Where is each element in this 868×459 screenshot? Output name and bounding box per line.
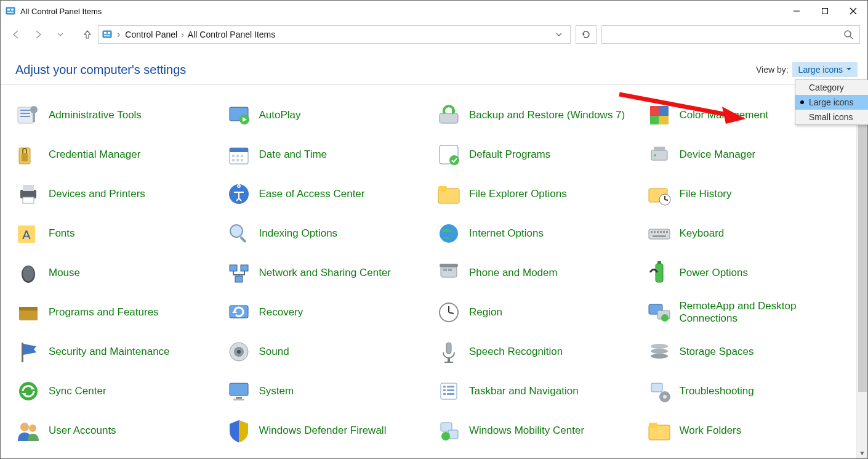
- cpl-item-region[interactable]: Region: [436, 299, 641, 325]
- cpl-item-network-and-sharing-center[interactable]: Network and Sharing Center: [226, 260, 432, 286]
- recent-dropdown[interactable]: [55, 29, 66, 40]
- viewby-value: Large icons: [798, 65, 843, 75]
- cpl-item-internet-options[interactable]: Internet Options: [436, 221, 641, 246]
- cpl-item-devices-and-printers[interactable]: Devices and Printers: [15, 181, 221, 207]
- backup-icon: [436, 102, 462, 128]
- printer-icon: [15, 181, 41, 207]
- flag-icon: [15, 339, 41, 365]
- item-label: Storage Spaces: [680, 346, 754, 358]
- svg-point-124: [845, 31, 851, 37]
- item-label: User Accounts: [49, 424, 116, 437]
- item-label: Administrative Tools: [49, 109, 142, 121]
- cpl-item-fonts[interactable]: Fonts: [15, 221, 221, 246]
- cpl-item-security-and-maintenance[interactable]: Security and Maintenance: [15, 339, 221, 365]
- scroll-thumb[interactable]: [858, 96, 867, 392]
- viewby-label: View by:: [756, 65, 789, 75]
- address-dropdown[interactable]: [552, 31, 566, 38]
- cpl-item-storage-spaces[interactable]: Storage Spaces: [646, 339, 852, 365]
- cpl-item-autoplay[interactable]: AutoPlay: [226, 102, 432, 128]
- cpl-item-remoteapp-and-desktop-connections[interactable]: RemoteApp and Desktop Connections: [646, 299, 852, 325]
- cpl-item-file-explorer-options[interactable]: File Explorer Options: [436, 181, 641, 207]
- item-label: Programs and Features: [49, 306, 159, 319]
- cpl-item-sound[interactable]: Sound: [226, 339, 432, 365]
- view-by-control: View by: Large icons Category Large icon…: [756, 62, 858, 77]
- back-button[interactable]: [10, 29, 22, 40]
- page-title: Adjust your computer's settings: [15, 63, 186, 77]
- cpl-item-taskbar-and-navigation[interactable]: Taskbar and Navigation: [436, 378, 641, 404]
- cpl-item-keyboard[interactable]: Keyboard: [646, 221, 852, 246]
- refresh-button[interactable]: [576, 25, 597, 44]
- cpl-item-windows-mobility-center[interactable]: Windows Mobility Center: [436, 418, 641, 444]
- item-label: Taskbar and Navigation: [469, 385, 579, 397]
- app-icon: [6, 6, 15, 16]
- minimize-button[interactable]: [782, 1, 811, 22]
- cpl-item-system[interactable]: System: [226, 378, 432, 404]
- item-label: Ease of Access Center: [259, 188, 365, 200]
- cpl-item-power-options[interactable]: Power Options: [646, 260, 852, 286]
- chevron-right-icon[interactable]: ›: [181, 30, 184, 39]
- viewby-option-category[interactable]: Category: [795, 80, 868, 95]
- chevron-right-icon[interactable]: ›: [117, 29, 120, 40]
- cpl-item-file-history[interactable]: File History: [646, 181, 852, 207]
- cpl-item-device-manager[interactable]: Device Manager: [646, 142, 852, 168]
- item-label: Windows Mobility Center: [469, 424, 584, 437]
- list-icon: [436, 378, 462, 404]
- close-button[interactable]: [839, 1, 867, 22]
- cpl-item-user-accounts[interactable]: User Accounts: [15, 418, 221, 444]
- cpl-item-programs-and-features[interactable]: Programs and Features: [15, 299, 221, 325]
- forward-button[interactable]: [33, 29, 44, 40]
- battery-icon: [646, 260, 672, 286]
- item-label: Internet Options: [469, 227, 544, 240]
- recovery-icon: [226, 299, 252, 325]
- cpl-item-administrative-tools[interactable]: Administrative Tools: [15, 102, 221, 128]
- device-icon: [646, 142, 672, 168]
- cpl-item-credential-manager[interactable]: Credential Manager: [15, 142, 221, 168]
- window-title: All Control Panel Items: [20, 7, 102, 16]
- item-label: Keyboard: [680, 227, 725, 240]
- viewby-option-small-icons[interactable]: Small icons: [795, 110, 868, 124]
- scroll-down-icon[interactable]: ▼: [857, 447, 867, 458]
- cpl-item-phone-and-modem[interactable]: Phone and Modem: [436, 260, 641, 286]
- cpl-item-sync-center[interactable]: Sync Center: [15, 378, 221, 404]
- item-label: Backup and Restore (Windows 7): [469, 109, 625, 121]
- mouse-icon: [15, 260, 41, 286]
- cpl-item-date-and-time[interactable]: Date and Time: [226, 142, 432, 168]
- item-label: RemoteApp and Desktop Connections: [680, 300, 852, 325]
- item-label: Device Manager: [680, 148, 756, 161]
- phone-icon: [436, 260, 462, 286]
- folder-icon: [646, 418, 672, 444]
- viewby-dropdown[interactable]: Large icons: [792, 62, 858, 77]
- mobility-icon: [436, 418, 462, 444]
- viewby-option-large-icons[interactable]: Large icons: [795, 95, 868, 110]
- item-label: Sound: [259, 346, 289, 358]
- scroll-track[interactable]: [857, 96, 867, 447]
- navigation-row: › Control Panel › All Control Panel Item…: [1, 22, 867, 47]
- monitor-icon: [226, 378, 252, 404]
- item-label: Speech Recognition: [469, 346, 563, 358]
- font-icon: [15, 221, 41, 246]
- item-label: Mouse: [49, 267, 80, 279]
- cpl-item-ease-of-access-center[interactable]: Ease of Access Center: [226, 181, 432, 207]
- breadcrumb[interactable]: Control Panel: [125, 30, 177, 39]
- clock-icon: [436, 299, 462, 325]
- cpl-item-default-programs[interactable]: Default Programs: [436, 142, 641, 168]
- cpl-item-recovery[interactable]: Recovery: [226, 299, 432, 325]
- keyboard-icon: [646, 221, 672, 246]
- search-input[interactable]: [601, 25, 860, 44]
- cpl-item-work-folders[interactable]: Work Folders: [646, 418, 852, 444]
- folder-icon: [436, 181, 462, 207]
- cpl-item-backup-and-restore-windows-7-[interactable]: Backup and Restore (Windows 7): [436, 102, 641, 128]
- cpl-item-indexing-options[interactable]: Indexing Options: [226, 221, 432, 246]
- up-button[interactable]: [82, 29, 93, 40]
- maximize-button[interactable]: [811, 1, 839, 22]
- breadcrumb[interactable]: All Control Panel Items: [188, 30, 275, 39]
- cpl-item-windows-defender-firewall[interactable]: Windows Defender Firewall: [226, 418, 432, 444]
- magnifier-icon: [226, 221, 252, 246]
- cpl-item-mouse[interactable]: Mouse: [15, 260, 221, 286]
- item-label: Power Options: [680, 267, 749, 279]
- chevron-down-icon: [846, 67, 851, 72]
- cpl-item-troubleshooting[interactable]: Troubleshooting: [646, 378, 852, 404]
- cpl-item-speech-recognition[interactable]: Speech Recognition: [436, 339, 641, 365]
- address-bar[interactable]: › Control Panel › All Control Panel Item…: [98, 25, 571, 44]
- scrollbar[interactable]: ▲ ▼: [856, 85, 867, 458]
